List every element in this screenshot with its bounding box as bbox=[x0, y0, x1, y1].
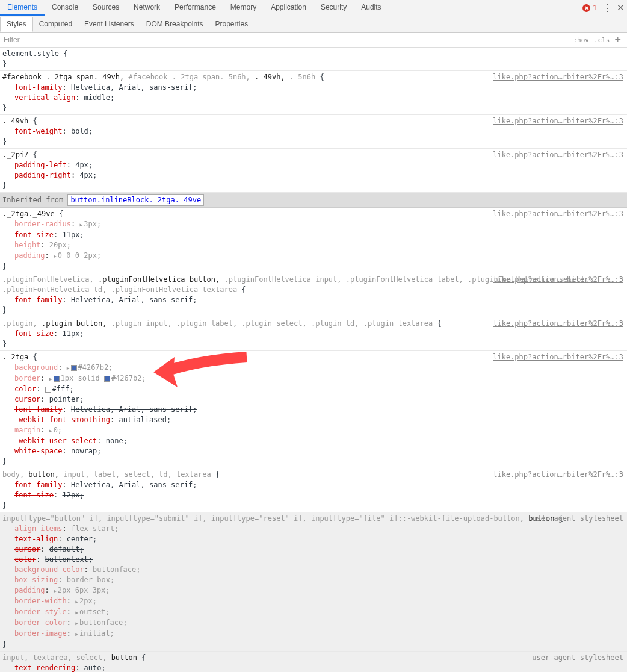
rule-source-link[interactable]: like.php?action…rbiter%2Fr%…:3 bbox=[493, 72, 623, 82]
rule-source-link[interactable]: like.php?action…rbiter%2Fr%…:3 bbox=[493, 319, 623, 329]
expand-triangle-icon[interactable]: ▶ bbox=[75, 608, 78, 618]
css-declaration[interactable]: padding-right: 4px; bbox=[14, 170, 625, 181]
css-rule: like.php?action…rbiter%2Fr%…:3.pluginFon… bbox=[0, 273, 627, 317]
css-declaration[interactable]: text-align: center; bbox=[14, 534, 625, 544]
css-declaration[interactable]: padding: ▶2px 6px 3px; bbox=[14, 585, 625, 596]
css-rule: like.php?action…rbiter%2Fr%…:3#facebook … bbox=[0, 71, 627, 115]
css-declaration[interactable]: height: 20px; bbox=[14, 240, 625, 250]
rule-selector[interactable]: body, button, input, label, select, td, … bbox=[2, 470, 211, 479]
css-declaration[interactable]: cursor: pointer; bbox=[14, 394, 625, 405]
rule-source-link[interactable]: like.php?action…rbiter%2Fr%…:3 bbox=[493, 470, 623, 480]
inherited-element-link[interactable]: button.inlineBlock._2tga._49ve bbox=[67, 194, 204, 206]
kebab-menu-icon[interactable]: ⋮ bbox=[601, 2, 614, 13]
rule-selector[interactable]: #facebook ._2tga span._49vh, #facebook .… bbox=[2, 73, 315, 81]
css-rule: like.php?action…rbiter%2Fr%…:3.plugin, .… bbox=[0, 317, 627, 351]
css-declaration[interactable]: color: #fff; bbox=[14, 384, 625, 394]
sub-tab-dom-breakpoints[interactable]: DOM Breakpoints bbox=[140, 17, 209, 31]
css-declaration[interactable]: font-family: Helvetica, Arial, sans-seri… bbox=[14, 295, 625, 305]
sub-tab-event-listeners[interactable]: Event Listeners bbox=[78, 17, 140, 31]
rule-source-link[interactable]: like.php?action…rbiter%2Fr%…:3 bbox=[493, 209, 623, 219]
close-icon[interactable]: ✕ bbox=[614, 2, 627, 13]
rule-source-link[interactable]: like.php?action…rbiter%2Fr%…:3 bbox=[493, 352, 623, 362]
rule-source-link[interactable]: like.php?action…rbiter%2Fr%…:3 bbox=[493, 150, 623, 160]
cls-toggle[interactable]: .cls bbox=[594, 36, 610, 44]
css-rule: user agent stylesheetinput[type="button"… bbox=[0, 512, 627, 652]
css-declaration[interactable]: font-size: 11px; bbox=[14, 329, 625, 339]
rule-source-link[interactable]: like.php?action…rbiter%2Fr%…:3 bbox=[493, 116, 623, 126]
css-declaration[interactable]: -webkit-user-select: none; bbox=[14, 436, 625, 446]
css-declaration[interactable]: margin: ▶0; bbox=[14, 425, 625, 436]
rule-selector[interactable]: ._2tga._49ve bbox=[2, 210, 55, 218]
error-count-value: 1 bbox=[593, 4, 597, 12]
css-declaration[interactable]: padding: ▶0 0 0 2px; bbox=[14, 250, 625, 261]
css-declaration[interactable]: cursor: default; bbox=[14, 544, 625, 555]
css-declaration[interactable]: box-sizing: border-box; bbox=[14, 575, 625, 585]
top-tab-audits[interactable]: Audits bbox=[354, 0, 388, 16]
expand-triangle-icon[interactable]: ▶ bbox=[75, 618, 78, 629]
css-declaration[interactable]: font-size: 12px; bbox=[14, 490, 625, 500]
css-declaration[interactable]: background: ▶#4267b2; bbox=[14, 362, 625, 373]
css-declaration[interactable]: border-image: ▶initial; bbox=[14, 629, 625, 639]
expand-triangle-icon[interactable]: ▶ bbox=[49, 374, 52, 384]
top-tab-memory[interactable]: Memory bbox=[223, 0, 264, 16]
rule-selector[interactable]: .plugin, .plugin button, .plugin input, … bbox=[2, 319, 433, 328]
css-rule: like.php?action…rbiter%2Fr%…:3._2tga {ba… bbox=[0, 351, 627, 468]
error-counter[interactable]: ✕1 bbox=[582, 4, 597, 12]
expand-triangle-icon[interactable]: ▶ bbox=[75, 597, 78, 607]
css-declaration[interactable]: font-family: Helvetica, Arial, sans-seri… bbox=[14, 480, 625, 490]
top-tab-performance[interactable]: Performance bbox=[167, 0, 223, 16]
rule-source-link[interactable]: user agent stylesheet bbox=[532, 514, 623, 524]
filter-input[interactable]: Filter bbox=[4, 36, 570, 44]
css-declaration[interactable]: border-style: ▶outset; bbox=[14, 607, 625, 618]
rule-selector[interactable]: input[type="button" i], input[type="subm… bbox=[2, 514, 555, 523]
expand-triangle-icon[interactable]: ▶ bbox=[54, 586, 57, 596]
rule-selector[interactable]: input, textarea, select, button bbox=[2, 653, 137, 662]
top-tab-security[interactable]: Security bbox=[314, 0, 354, 16]
expand-triangle-icon[interactable]: ▶ bbox=[79, 220, 82, 230]
inherited-label: Inherited from bbox=[2, 196, 67, 204]
top-tab-sources[interactable]: Sources bbox=[85, 0, 126, 16]
css-declaration[interactable]: border-width: ▶2px; bbox=[14, 596, 625, 607]
expand-triangle-icon[interactable]: ▶ bbox=[49, 426, 52, 436]
css-rule: user agent stylesheetinput, textarea, se… bbox=[0, 652, 627, 672]
expand-triangle-icon[interactable]: ▶ bbox=[67, 363, 70, 373]
css-declaration[interactable]: color: buttontext; bbox=[14, 555, 625, 565]
top-tab-console[interactable]: Console bbox=[45, 0, 85, 16]
styles-sub-tabs: StylesComputedEvent ListenersDOM Breakpo… bbox=[0, 16, 627, 33]
top-tab-application[interactable]: Application bbox=[264, 0, 314, 16]
hov-toggle[interactable]: :hov bbox=[573, 36, 589, 44]
css-declaration[interactable]: font-family: Helvetica, Arial, sans-seri… bbox=[14, 405, 625, 415]
rule-source-link[interactable]: like.php?action…rbiter%2Fr%…:3 bbox=[493, 275, 623, 285]
css-declaration[interactable]: white-space: nowrap; bbox=[14, 446, 625, 456]
sub-tab-styles[interactable]: Styles bbox=[0, 17, 33, 32]
css-declaration[interactable]: padding-left: 4px; bbox=[14, 160, 625, 170]
sub-tab-properties[interactable]: Properties bbox=[209, 17, 254, 31]
expand-triangle-icon[interactable]: ▶ bbox=[54, 251, 57, 261]
color-swatch[interactable] bbox=[71, 365, 77, 371]
color-swatch[interactable] bbox=[45, 387, 51, 393]
top-tab-network[interactable]: Network bbox=[126, 0, 167, 16]
rule-selector[interactable]: ._49vh bbox=[2, 117, 28, 125]
css-declaration[interactable]: font-family: Helvetica, Arial, sans-seri… bbox=[14, 82, 625, 93]
css-rule: like.php?action…rbiter%2Fr%…:3._2tga._49… bbox=[0, 208, 627, 273]
css-declaration[interactable]: border-color: ▶buttonface; bbox=[14, 618, 625, 629]
add-rule-icon[interactable]: + bbox=[612, 34, 623, 46]
rule-selector[interactable]: ._2tga bbox=[2, 353, 28, 361]
css-declaration[interactable]: text-rendering: auto; bbox=[14, 663, 625, 672]
css-declaration[interactable]: font-weight: bold; bbox=[14, 126, 625, 137]
color-swatch[interactable] bbox=[54, 376, 60, 382]
css-declaration[interactable]: align-items: flex-start; bbox=[14, 524, 625, 534]
top-tab-elements[interactable]: Elements bbox=[0, 0, 45, 16]
css-declaration[interactable]: border-radius: ▶3px; bbox=[14, 219, 625, 230]
rule-source-link[interactable]: user agent stylesheet bbox=[532, 653, 623, 663]
rule-selector[interactable]: element.style bbox=[2, 49, 63, 58]
color-swatch[interactable] bbox=[104, 376, 110, 382]
sub-tab-computed[interactable]: Computed bbox=[33, 17, 78, 31]
css-declaration[interactable]: border: ▶1px solid #4267b2; bbox=[14, 373, 625, 384]
expand-triangle-icon[interactable]: ▶ bbox=[75, 629, 78, 639]
css-declaration[interactable]: background-color: buttonface; bbox=[14, 565, 625, 575]
css-declaration[interactable]: -webkit-font-smoothing: antialiased; bbox=[14, 415, 625, 425]
css-declaration[interactable]: vertical-align: middle; bbox=[14, 93, 625, 103]
rule-selector[interactable]: ._2pi7 bbox=[2, 151, 28, 159]
css-declaration[interactable]: font-size: 11px; bbox=[14, 230, 625, 240]
